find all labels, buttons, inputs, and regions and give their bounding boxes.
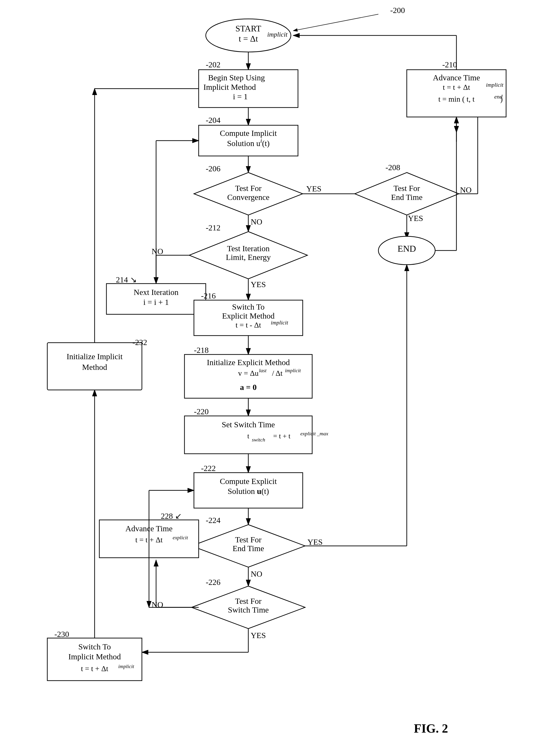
n228-eq-super: explicit [173, 534, 188, 540]
n208-line1: Test For [394, 184, 420, 193]
ref-222: -222 [201, 464, 216, 472]
n218-title: Initialize Explicit Method [207, 358, 290, 367]
n220-eq-rest: = t + t [273, 432, 291, 440]
n202-line3: i = 1 [233, 92, 248, 101]
n222-line2: Solution u(t) [228, 487, 269, 496]
yes-label-208: YES [408, 214, 423, 223]
n226-line2: Switch Time [228, 606, 269, 614]
n230-eq: t = t + Δt [81, 664, 108, 673]
n210-eq1-super: implicit [486, 82, 504, 88]
ref-226: -226 [206, 578, 220, 586]
n230-line2: Implicit Method [68, 652, 121, 661]
start-label: START [236, 24, 261, 33]
ref-216: -216 [201, 291, 216, 300]
n230-eq-super: implicit [118, 663, 134, 669]
n216-line1: Switch To [232, 303, 265, 311]
n210-title: Advance Time [433, 73, 480, 82]
no-label-206: NO [251, 217, 262, 226]
n204-line2: Solution ui(t) [227, 137, 269, 148]
n210-eq2-paren: ) [500, 95, 503, 103]
n210-eq1: t = t + Δt [443, 83, 470, 92]
n230-line1: Switch To [78, 642, 111, 651]
n212-line2: Limit, Energy [226, 253, 271, 262]
start-eq-super: implicit [267, 31, 288, 38]
ref-214: 214 ↘ [116, 275, 137, 284]
n218-eq1-rest: / Δt [272, 369, 283, 377]
ref-212: -212 [206, 223, 220, 232]
ref-202: -202 [206, 60, 220, 69]
n202-line1: Begin Step Using [208, 73, 265, 82]
n210-eq2: t = min ( t, t [438, 95, 474, 103]
ref-208: -208 [385, 163, 400, 172]
no-label-208: NO [460, 185, 471, 194]
ref-206: -206 [206, 164, 220, 173]
n220-eq-sub: switch [252, 437, 265, 443]
n224-line1: Test For [235, 535, 262, 544]
yes-label-226: YES [251, 631, 266, 640]
n214-title: Next Iteration [134, 288, 179, 297]
ref-220: -220 [194, 407, 209, 416]
n206-line2: Convergence [227, 193, 269, 202]
yes-label-206: YES [306, 184, 322, 193]
ref-200: -200 [390, 6, 405, 14]
n212-line1: Test Iteration [227, 244, 269, 253]
n218-eq2: a = 0 [240, 383, 257, 392]
n232-line2: Method [82, 363, 107, 371]
ref-228: 228 ↙ [161, 512, 182, 520]
ref-230: -230 [54, 630, 69, 638]
n216-line2: Explicit Method [222, 311, 274, 320]
n202-line2: Implicit Method [203, 83, 256, 92]
n220-title: Set Switch Time [222, 420, 275, 429]
ref-218: -218 [194, 346, 209, 355]
n232-line1: Initialize Implicit [67, 352, 123, 361]
start-eq: t = Δt [239, 34, 258, 43]
ref-204: -204 [206, 116, 220, 124]
n208-line2: End Time [391, 193, 422, 202]
flowchart-container: START t = Δt implicit -200 Begin Step Us… [0, 0, 534, 756]
no-label-224: NO [251, 570, 262, 578]
n222-line1: Compute Explicit [220, 477, 277, 486]
ref-210: -210 [442, 60, 457, 69]
n218-eq1-super2: implicit [285, 367, 301, 373]
yes-label-212: YES [251, 280, 266, 289]
svg-line-2 [293, 14, 379, 31]
n226-line1: Test For [235, 597, 262, 606]
n220-eq-super: explicit _max [300, 431, 328, 437]
n214-eq: i = i + 1 [143, 298, 169, 307]
no-label-212: NO [152, 247, 163, 256]
n216-eq: t = t - Δt [236, 321, 261, 329]
n224-line2: End Time [233, 544, 264, 553]
ref-224: -224 [206, 516, 220, 525]
fig-label: FIG. 2 [414, 722, 448, 735]
yes-label-224: YES [307, 538, 323, 546]
n216-eq-super: implicit [271, 319, 289, 326]
end-label: END [398, 244, 416, 254]
ref-232: -232 [132, 338, 147, 347]
n218-eq1: v = Δu [238, 369, 259, 377]
n218-eq1-super: last [259, 367, 267, 373]
n220-eq: t [247, 432, 249, 440]
n206-line1: Test For [235, 184, 262, 193]
n204-line1: Compute Implicit [220, 129, 277, 138]
